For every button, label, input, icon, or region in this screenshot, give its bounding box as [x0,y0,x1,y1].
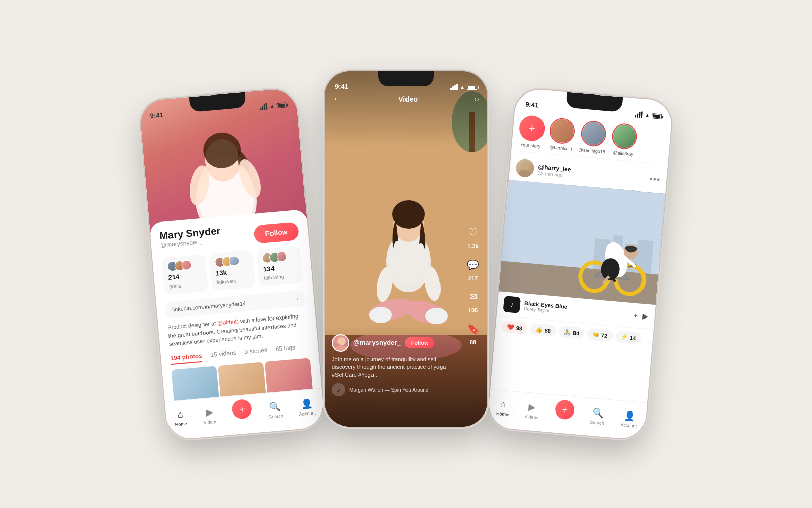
bottom-nav-right: ⌂ Home ▶ Videos + 🔍 Search 👤 Account [487,389,647,440]
battery-icon-center [467,85,477,90]
bookmark-action[interactable]: 🔖 88 [464,320,482,345]
stat-posts-avatars [167,259,201,272]
wifi-icon: ▲ [269,103,275,109]
fist-count: 72 [601,332,607,339]
followers-count: 13k [216,267,250,277]
share-action[interactable]: ✉ 105 [464,288,482,313]
svg-point-24 [521,161,529,170]
music-play-button[interactable]: ▶ [642,312,649,321]
nav-account-label: Account [299,410,316,417]
story-name-bernice: @bernice_l [549,145,572,152]
tab-tags[interactable]: 85 tags [275,343,296,355]
nav-home-left[interactable]: ⌂ Home [174,409,187,427]
reaction-bolt[interactable]: ⚡ 14 [615,331,641,344]
reaction-thumbs[interactable]: 👍 88 [530,323,556,337]
video-actions: ♡ 1.3k 💬 217 ✉ 105 🔖 88 [464,224,482,345]
story-name-santiago: @santiago18 [578,147,605,155]
video-user-avatar [332,334,349,352]
videos-icon: ▶ [206,406,214,418]
signal-icon-right [635,111,643,118]
like-count: 1.3k [467,243,478,249]
music-disk-icon: ♪ [332,383,345,396]
nav-search-right[interactable]: 🔍 Search [590,406,605,425]
search-icon-right: 🔍 [592,407,604,419]
home-icon: ⌂ [177,409,184,420]
tab-videos[interactable]: 15 videos [210,348,237,361]
send-icon: ✉ [464,288,482,306]
videos-icon-right: ▶ [528,401,536,413]
nav-home-label: Home [175,421,187,427]
add-story-button[interactable]: + [518,115,546,142]
nav-videos-label-right: Videos [524,414,538,420]
nav-videos-left[interactable]: ▶ Videos [202,406,217,425]
reaction-bike[interactable]: 🚴 84 [558,326,585,339]
music-add-button[interactable]: + [633,311,638,320]
music-details: Black Eyes Blue Corey Taylor [524,300,568,315]
search-icon-center[interactable]: ○ [474,94,479,104]
bike-count: 84 [572,330,579,336]
account-icon: 👤 [300,398,313,410]
music-controls: + ▶ [633,311,649,321]
nav-account-left[interactable]: 👤 Account [298,397,316,417]
posts-label: posts [169,283,182,290]
thumbs-count: 88 [544,327,551,334]
time-right: 9:41 [525,100,539,109]
nav-home-right[interactable]: ⌂ Home [496,399,510,417]
svg-point-18 [369,307,392,323]
status-icons-left: ▲ [260,101,287,110]
video-caption: Join me on a journey of tranquility and … [332,356,455,379]
story-alic3ray[interactable]: @alic3ray [610,123,638,157]
story-santiago[interactable]: @santiago18 [578,120,608,154]
post-card: @harry_lee 25 min ago ••• [495,153,667,350]
nav-plus-left[interactable]: + [231,399,252,420]
video-music-row: ♪ Morgan Wallen — Spin You Around [332,383,455,396]
profile-name-block: Mary Snyder @marysnyder_ [159,225,222,255]
comment-action[interactable]: 💬 217 [464,256,482,281]
posts-count: 214 [168,271,202,281]
stat-following[interactable]: 134 following [256,246,303,287]
profile-link: linkedin.com/in/marysnyder14 [172,300,246,313]
nav-search-left[interactable]: 🔍 Search [267,400,283,419]
svg-point-25 [518,170,531,178]
wifi-icon-center: ▲ [460,84,465,90]
tab-photos[interactable]: 194 photos [170,352,203,364]
your-story-label: Your story [520,142,541,149]
signal-icon-center [450,84,458,90]
time-left: 9:41 [150,111,163,120]
nav-videos-right[interactable]: ▶ Videos [524,401,539,420]
avatar-small [228,256,240,267]
status-icons-right: ▲ [635,111,662,120]
reaction-heart[interactable]: ❤️ 98 [501,321,528,334]
back-icon[interactable]: ← [333,93,342,104]
time-center: 9:41 [335,83,348,90]
post-image [499,180,665,305]
story-bernice[interactable]: @bernice_l [548,117,576,152]
follow-button-center[interactable]: Follow [405,337,435,348]
notch-center [378,71,434,86]
following-count: 134 [263,263,297,273]
story-avatar-santiago [580,120,607,147]
follow-button-left[interactable]: Follow [253,221,299,244]
post-user-info: @harry_lee 25 min ago [515,158,572,181]
post-more-button[interactable]: ••• [649,174,661,185]
nav-plus-right[interactable]: + [555,399,576,420]
avatar-small [181,260,192,271]
svg-point-23 [335,345,348,352]
signal-icon [260,103,268,110]
your-story[interactable]: + Your story [518,115,546,149]
phone-left: 9:41 ▲ Ma [139,88,325,440]
video-user-row: @marysnyder_ Follow [332,334,455,352]
right-screen: 9:41 ▲ [487,88,673,440]
svg-point-19 [425,308,448,324]
stat-following-avatars [262,250,296,264]
stat-followers[interactable]: 13k followers [209,250,256,291]
like-action[interactable]: ♡ 1.3k [464,224,482,249]
svg-point-15 [392,200,425,229]
reaction-fist[interactable]: 🤜 72 [587,328,613,342]
phones-container: 9:41 ▲ Ma [152,76,660,432]
tab-stories[interactable]: 9 stories [244,346,268,358]
video-username: @marysnyder_ [353,339,401,346]
story-avatar-alic3ray [611,123,638,150]
nav-account-label-right: Account [620,422,637,429]
nav-account-right[interactable]: 👤 Account [620,409,638,429]
